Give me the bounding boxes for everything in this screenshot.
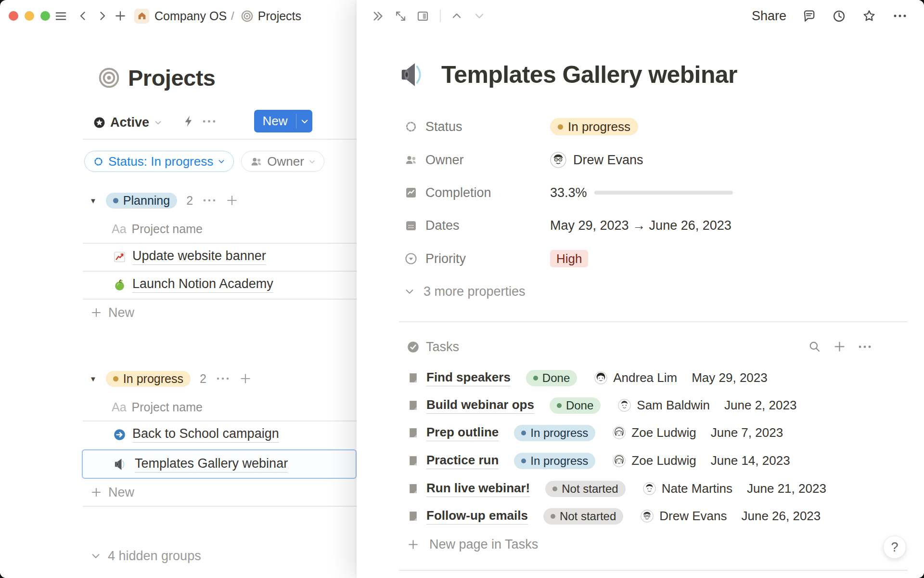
task-status-pill[interactable]: Not started	[543, 508, 623, 525]
task-status-pill[interactable]: In progress	[514, 453, 595, 469]
group-options-icon[interactable]	[216, 375, 230, 382]
comments-icon[interactable]	[802, 9, 816, 23]
project-row-templates-gallery-webinar[interactable]: Templates Gallery webinar	[114, 449, 288, 479]
task-row[interactable]: Build webinar ops Done Sam Baldwin June …	[357, 392, 924, 419]
group-header-in-progress: ▼ In progress 2	[90, 370, 252, 387]
home-page-icon[interactable]	[134, 9, 149, 24]
favorite-star-icon[interactable]	[862, 9, 876, 23]
project-row-back-to-school[interactable]: Back to School campaign	[113, 420, 279, 448]
filter-chip-status[interactable]: Status: In progress	[84, 151, 234, 172]
task-status-pill[interactable]: Done	[526, 370, 577, 386]
task-row[interactable]: Follow-up emails Not started Drew Evans …	[357, 502, 924, 530]
task-assignee: Andrea Lim	[613, 370, 677, 385]
status-spinner-icon	[404, 120, 418, 133]
new-page-label: New page in Tasks	[429, 537, 538, 552]
breadcrumb-page[interactable]: Projects	[258, 9, 301, 23]
tasks-options-icon[interactable]	[858, 343, 872, 350]
property-row-dates[interactable]: Dates May 29, 2023 → June 26, 2023	[357, 216, 924, 235]
close-peek-icon[interactable]	[371, 9, 385, 23]
add-task-icon[interactable]	[833, 340, 846, 353]
new-project-button[interactable]: New	[254, 110, 312, 132]
property-row-status[interactable]: Status In progress	[357, 117, 924, 136]
task-row[interactable]: Run live webinar! Not started Nate Marti…	[357, 475, 924, 502]
project-title[interactable]: Launch Notion Academy	[132, 276, 273, 293]
property-row-owner[interactable]: Owner Drew Evans	[357, 150, 924, 170]
property-label: Dates	[425, 218, 460, 233]
filter-chip-owner[interactable]: Owner	[241, 151, 324, 172]
new-tab-plus-icon[interactable]	[114, 10, 127, 22]
speaker-icon[interactable]	[400, 60, 429, 89]
task-title[interactable]: Find speakers	[426, 370, 511, 386]
task-title[interactable]: Follow-up emails	[426, 508, 528, 525]
next-page-icon[interactable]	[473, 10, 486, 22]
group-add-icon[interactable]	[239, 372, 252, 385]
property-row-completion[interactable]: Completion 33.3%	[357, 183, 924, 202]
automation-bolt-icon[interactable]	[182, 115, 195, 128]
project-title[interactable]: Templates Gallery webinar	[135, 456, 288, 473]
forward-icon[interactable]	[96, 10, 108, 22]
hidden-groups-toggle[interactable]: 4 hidden groups	[90, 548, 201, 564]
view-tab-active[interactable]: Active	[93, 112, 162, 133]
hidden-groups-label: 4 hidden groups	[108, 549, 201, 564]
traffic-close-button[interactable]	[9, 11, 18, 21]
group-pill[interactable]: Planning	[106, 193, 177, 209]
status-pill[interactable]: In progress	[550, 118, 638, 135]
group-options-icon[interactable]	[202, 197, 217, 204]
priority-pill[interactable]: High	[550, 250, 588, 267]
task-status-pill[interactable]: Not started	[545, 481, 625, 497]
group-pill[interactable]: In progress	[106, 371, 191, 387]
more-properties-label: 3 more properties	[424, 284, 526, 299]
add-row-planning[interactable]: New	[90, 299, 134, 327]
back-icon[interactable]	[77, 10, 89, 22]
completion-chart-icon	[404, 186, 418, 199]
help-label: ?	[891, 540, 898, 555]
task-row[interactable]: Practice run In progress Zoe Ludwig June…	[357, 447, 924, 474]
expand-page-icon[interactable]	[394, 10, 407, 23]
task-assignee: Sam Baldwin	[637, 398, 710, 413]
task-status-pill[interactable]: In progress	[514, 425, 595, 441]
plus-icon	[90, 486, 102, 498]
more-options-icon[interactable]	[892, 13, 908, 19]
view-tab-label: Active	[110, 115, 149, 130]
task-row[interactable]: Prep outline In progress Zoe Ludwig June…	[357, 419, 924, 447]
side-peek-icon[interactable]	[416, 10, 429, 23]
view-options-icon[interactable]	[202, 118, 217, 125]
add-row-in-progress[interactable]: New	[90, 479, 134, 506]
new-button-dropdown[interactable]	[296, 110, 312, 132]
help-button[interactable]: ?	[883, 536, 906, 559]
task-date: May 29, 2023	[692, 370, 768, 385]
history-clock-icon[interactable]	[832, 9, 846, 23]
tasks-database-title[interactable]: Tasks	[407, 337, 459, 356]
task-status-pill[interactable]: Done	[550, 397, 601, 414]
sidebar-menu-icon[interactable]	[54, 10, 67, 23]
new-page-in-tasks[interactable]: New page in Tasks	[357, 530, 924, 558]
task-row[interactable]: Find speakers Done Andrea Lim May 29, 20…	[357, 364, 924, 392]
status-dot	[521, 459, 526, 463]
more-properties-toggle[interactable]: 3 more properties	[404, 282, 526, 301]
status-dot	[552, 486, 557, 491]
collapse-triangle-icon[interactable]: ▼	[90, 375, 97, 383]
project-row-launch-notion-academy[interactable]: Launch Notion Academy	[113, 271, 273, 299]
new-button-label[interactable]: New	[254, 110, 296, 132]
task-title[interactable]: Run live webinar!	[426, 481, 530, 497]
project-title[interactable]: Update website banner	[132, 249, 266, 265]
group-count: 2	[200, 372, 206, 386]
avatar-zoe-ludwig	[613, 454, 626, 467]
chevron-down-icon	[404, 286, 415, 297]
task-title[interactable]: Build webinar ops	[426, 397, 534, 414]
group-add-icon[interactable]	[226, 194, 238, 207]
breadcrumb-workspace[interactable]: Company OS	[154, 9, 227, 23]
traffic-zoom-button[interactable]	[40, 11, 50, 21]
projects-list-panel: Projects Active New Status: In progress	[0, 32, 357, 578]
project-row-update-website-banner[interactable]: Update website banner	[113, 243, 266, 271]
property-row-priority[interactable]: Priority High	[357, 249, 924, 268]
search-icon[interactable]	[808, 340, 821, 353]
collapse-triangle-icon[interactable]: ▼	[90, 197, 97, 205]
previous-page-icon[interactable]	[450, 10, 463, 22]
project-title[interactable]: Back to School campaign	[132, 426, 279, 443]
traffic-minimize-button[interactable]	[25, 11, 34, 21]
task-title[interactable]: Practice run	[426, 453, 499, 469]
share-button[interactable]: Share	[752, 9, 786, 24]
task-title[interactable]: Prep outline	[426, 425, 499, 441]
peek-page-title[interactable]: Templates Gallery webinar	[441, 61, 737, 89]
